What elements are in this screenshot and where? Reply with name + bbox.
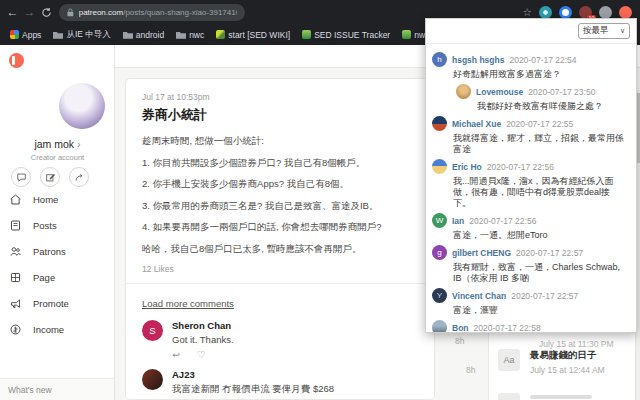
user-name[interactable]: jam mok › bbox=[0, 138, 115, 150]
commenter-name[interactable]: Lovemouse bbox=[476, 87, 523, 97]
commenter-name[interactable]: Ian bbox=[452, 216, 464, 226]
sidebar-item-income[interactable]: Income bbox=[0, 316, 115, 342]
bookmark-issue-tracker[interactable]: SED ISSUE Tracker bbox=[297, 30, 395, 40]
post-paragraph: 4. 如果要再開多一兩個戶口的話, 你會想去哪間券商開戶? bbox=[142, 220, 418, 233]
menu-label: Posts bbox=[33, 220, 57, 231]
comment-text: 我都好好奇致富有咩優勝之處？ bbox=[477, 101, 628, 112]
commenter-name[interactable]: AJ23 bbox=[172, 369, 334, 380]
commenter-avatar[interactable]: h bbox=[432, 52, 447, 67]
sidebar-item-page[interactable]: Page bbox=[0, 264, 115, 290]
post-card: Jul 17 at 10:53pm 券商小統計 趁周末時間, 想做一個小統計: … bbox=[125, 78, 435, 400]
commenter-avatar[interactable]: Y bbox=[432, 288, 447, 303]
menu-label: Patrons bbox=[33, 246, 66, 257]
bookmark-sed-wiki[interactable]: start [SED WIKI] bbox=[211, 30, 295, 40]
commenter-avatar[interactable]: S bbox=[142, 320, 163, 341]
commenter-name[interactable]: gilbert CHENG bbox=[452, 248, 511, 258]
user-avatar[interactable] bbox=[59, 83, 105, 129]
commenter-avatar[interactable] bbox=[142, 369, 163, 390]
extension-icon-2[interactable] bbox=[559, 6, 572, 19]
sidebar-item-promote[interactable]: Promote bbox=[0, 290, 115, 316]
compose-button[interactable] bbox=[40, 167, 60, 187]
commenter-avatar[interactable] bbox=[456, 84, 471, 99]
extension-icon-1[interactable] bbox=[539, 6, 552, 19]
popup-comment: YVincent Chan2020-07-17 22:57 富途，滙豐 bbox=[432, 288, 628, 316]
commenter-avatar[interactable]: g bbox=[432, 245, 447, 260]
edit-icon bbox=[45, 172, 56, 183]
bookmark-apps[interactable]: Apps bbox=[5, 30, 46, 40]
browser-menu-icon[interactable] bbox=[619, 6, 632, 19]
bookmark-label: 从IE 中导入 bbox=[66, 29, 110, 41]
menu-label: Promote bbox=[33, 298, 69, 309]
url-host: patreon.com bbox=[79, 8, 123, 17]
text-post-icon bbox=[498, 393, 520, 400]
commenter-name[interactable]: Eric Ho bbox=[452, 162, 482, 172]
post-title: 券商小統計 bbox=[142, 106, 418, 124]
bookmark-label: SED ISSUE Tracker bbox=[314, 30, 390, 40]
share-icon bbox=[74, 172, 85, 183]
back-icon[interactable]: ← bbox=[4, 0, 21, 24]
commenter-name[interactable]: Michael Xue bbox=[452, 119, 501, 129]
bookmark-folder-android[interactable]: android bbox=[118, 30, 169, 40]
menu-label: Income bbox=[33, 324, 64, 335]
comment-text: 我...開過貝x隆，溜x，因為有經紀係入面做，很有趣，間唔中有d得意股票deal… bbox=[453, 176, 628, 209]
chat-icon bbox=[16, 172, 27, 183]
truncated-title bbox=[530, 395, 592, 399]
reply-icon[interactable]: ↩ bbox=[172, 349, 180, 360]
forward-icon[interactable]: → bbox=[21, 0, 38, 24]
popup-comment: WIan2020-07-17 22:56 富途，一通。想開eToro bbox=[432, 213, 628, 241]
chevron-down-icon: ∨ bbox=[620, 27, 625, 35]
caret-icon: › bbox=[77, 138, 81, 150]
whats-new-link[interactable]: What's new bbox=[0, 378, 114, 400]
popup-comment: Eric Ho2020-07-17 22:56 我...開過貝x隆，溜x，因為有… bbox=[432, 159, 628, 209]
bookmark-folder-ie[interactable]: 从IE 中导入 bbox=[48, 29, 115, 41]
comment-text: Got it. Thanks. bbox=[172, 334, 234, 345]
sort-order-dropdown[interactable]: 按最早 ∨ bbox=[578, 23, 630, 39]
rail-post-item[interactable]: Aa 最易賺錢的日子 July 15 at 12:44 AM bbox=[498, 349, 605, 375]
patreon-logo[interactable] bbox=[9, 53, 24, 68]
commenter-name[interactable]: hsgsh hsghs bbox=[452, 55, 504, 65]
commenter-name[interactable]: Vincent Chan bbox=[452, 291, 506, 301]
sidebar-item-posts[interactable]: Posts bbox=[0, 212, 115, 238]
like-icon[interactable]: ♡ bbox=[197, 349, 206, 360]
address-bar[interactable]: patreon.com/posts/quan-shang-xiao-391741… bbox=[59, 4, 245, 21]
commenter-name[interactable]: Bon bbox=[452, 323, 469, 333]
sidebar-item-home[interactable]: Home bbox=[0, 186, 115, 212]
load-more-comments-link[interactable]: Load more comments bbox=[142, 298, 234, 309]
share-button[interactable] bbox=[69, 167, 89, 187]
bookmark-label: android bbox=[136, 30, 164, 40]
post-paragraph: 2. 你手機上安裝多少個券商Apps? 我自己有8個。 bbox=[142, 177, 418, 190]
folder-icon bbox=[123, 31, 133, 39]
bookmark-star-icon[interactable]: ☆ bbox=[522, 6, 532, 19]
profile-avatar-icon[interactable] bbox=[599, 6, 612, 19]
posts-icon bbox=[9, 219, 22, 232]
sprout-icon bbox=[402, 30, 411, 39]
comment-text: 我有耀財，致富，一通，Charles Schwab, IB（依家用 IB 多啲 bbox=[453, 262, 628, 284]
post-paragraph: 趁周末時間, 想做一個小統計: bbox=[142, 134, 418, 147]
messages-button[interactable] bbox=[11, 167, 31, 187]
commenter-avatar[interactable] bbox=[432, 320, 447, 333]
reload-icon[interactable] bbox=[41, 7, 52, 18]
menu-label: Page bbox=[33, 272, 55, 283]
user-name-text: jam mok bbox=[34, 138, 74, 150]
comment-text: 我就得富途，耀才，輝立，招銀，最常用係富途 bbox=[453, 133, 628, 155]
comment-text: 好奇點解用致富多過富途？ bbox=[453, 69, 628, 80]
bookmark-folder-nwc[interactable]: nwc bbox=[171, 30, 209, 40]
popup-comment: ggilbert CHENG2020-07-17 22:57 我有耀財，致富，一… bbox=[432, 245, 628, 284]
commenter-avatar[interactable] bbox=[432, 116, 447, 131]
commenter-avatar[interactable]: W bbox=[432, 213, 447, 228]
sort-label: 按最早 bbox=[583, 25, 609, 37]
likes-count[interactable]: 12 Likes bbox=[142, 264, 418, 274]
toolbar-right: ☆ 10 bbox=[522, 6, 640, 19]
quick-actions bbox=[11, 167, 89, 187]
url-text: patreon.com/posts/quan-shang-xiao-391741… bbox=[79, 8, 237, 17]
rail-post-item-partial[interactable] bbox=[498, 393, 592, 400]
commenter-name[interactable]: Sheron Chan bbox=[172, 320, 234, 331]
rail-post-title[interactable]: 最易賺錢的日子 bbox=[530, 349, 605, 362]
comment: S Sheron Chan Got it. Thanks. ↩♡ bbox=[142, 320, 418, 360]
commenter-avatar[interactable] bbox=[432, 159, 447, 174]
popup-comment-reply: Lovemouse2020-07-17 23:50 我都好好奇致富有咩優勝之處？ bbox=[456, 84, 628, 112]
url-path: /posts/quan-shang-xiao-39174104 bbox=[123, 8, 237, 17]
sidebar-item-patrons[interactable]: Patrons bbox=[0, 238, 115, 264]
comment-time: 2020-07-17 22:58 bbox=[474, 323, 541, 333]
extension-icon-comments[interactable]: 10 bbox=[579, 6, 592, 19]
